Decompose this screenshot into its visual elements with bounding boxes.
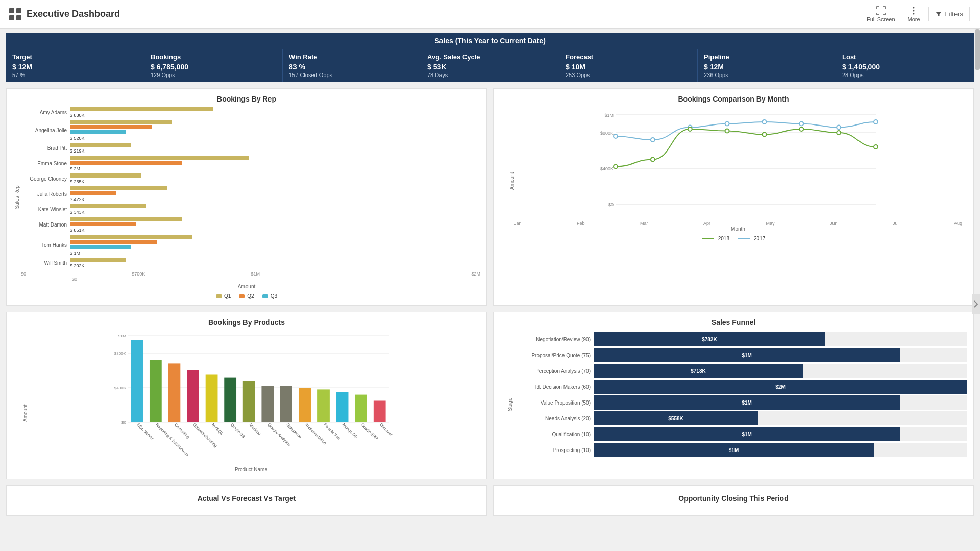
hbar-bars-wrap: $ 1M — [70, 235, 480, 256]
funnel-stage-label: Prospecting (10) — [509, 447, 591, 453]
funnel-bar-fill: $1M — [594, 427, 900, 441]
hbar-bar-fill — [70, 258, 126, 262]
scrollbar-thumb[interactable] — [975, 29, 980, 70]
bookings-by-rep-title: Bookings By Rep — [13, 95, 480, 103]
svg-text:$0: $0 — [608, 202, 614, 207]
main-content: Sales (This Year to Current Date) Target… — [0, 29, 980, 551]
hbar-value-label: $ 219K — [70, 148, 480, 154]
rep-legend-item: Q3 — [262, 293, 277, 299]
legend-color — [262, 294, 268, 298]
hbar-bars-wrap: $ 2M — [70, 156, 480, 171]
funnel-row: Negotiation/Review (90)$782K — [509, 332, 967, 346]
svg-text:$400K: $400K — [114, 386, 127, 390]
hbar-rep-name: Brad Pitt — [21, 145, 67, 151]
svg-text:$0: $0 — [121, 420, 126, 425]
funnel-bar-wrap: $718K — [594, 364, 967, 378]
hbar-rep-name: Angelina Jolie — [21, 128, 67, 133]
kpi-value: $ 12M — [12, 63, 138, 71]
x-tick: Jun — [830, 221, 838, 226]
scrollbar-track[interactable] — [974, 29, 980, 551]
funnel-y-label: Stage — [507, 397, 513, 411]
hbar-row: Amy Adams$ 830K — [21, 107, 480, 118]
right-collapse-arrow[interactable] — [972, 294, 980, 314]
hbar-bar-row — [70, 156, 480, 160]
kpi-sub: 57 % — [12, 72, 138, 78]
funnel-stage-label: Qualification (10) — [509, 432, 591, 437]
kpi-sub: 78 Days — [427, 72, 553, 78]
kpi-item: Win Rate 83 % 157 Closed Opps — [283, 49, 421, 82]
kpi-sub: 157 Closed Opps — [289, 72, 414, 78]
kpi-label: Target — [12, 53, 138, 61]
bookings-by-rep-card: Bookings By Rep Sales Rep Amy Adams$ 830… — [6, 88, 487, 306]
x-tick: Feb — [577, 221, 585, 226]
funnel-bar-fill: $1M — [594, 443, 874, 457]
funnel-bar-fill: $1M — [594, 395, 900, 410]
actual-vs-forecast-card: Actual Vs Forecast Vs Target — [6, 485, 487, 516]
bookings-by-products-title: Bookings By Products — [13, 318, 480, 327]
svg-text:People Soft: People Soft — [323, 422, 341, 441]
line-chart-svg: $0$400K$800K$1M — [509, 107, 967, 219]
hbar-row: Matt Damon$ 851K — [21, 217, 480, 233]
hbar-bar-fill — [70, 217, 182, 221]
hbar-row: Brad Pitt$ 219K — [21, 143, 480, 154]
chevron-right-icon — [973, 300, 978, 308]
svg-rect-1 — [16, 8, 21, 13]
hbar-bar-fill — [70, 143, 131, 147]
bookings-comparison-title: Bookings Comparison By Month — [500, 95, 967, 103]
kpi-item: Forecast $ 10M 253 Opps — [559, 49, 698, 82]
more-label: More — [908, 16, 920, 22]
legend-color — [239, 294, 245, 298]
hbar-bars-wrap: $ 255K — [70, 173, 480, 184]
hbar-rep-name: Will Smith — [21, 260, 67, 266]
svg-rect-0 — [9, 8, 14, 13]
comparison-x-label: Month — [509, 226, 967, 232]
hbar-rep-name: Tom Hanks — [21, 242, 67, 248]
hbar-bars-wrap: $ 202K — [70, 258, 480, 268]
hbar-value-label: $ 830K — [70, 113, 480, 118]
more-icon — [909, 6, 918, 15]
filter-icon — [935, 11, 942, 18]
sales-banner-title: Sales (This Year to Current Date) — [434, 37, 546, 45]
products-x-label: Product Name — [22, 467, 480, 472]
funnel-stage-label: Perception Analysis (70) — [509, 368, 591, 374]
funnel-bar-wrap: $558K — [594, 411, 967, 425]
funnel-row: Qualification (10)$1M — [509, 427, 967, 441]
filters-button[interactable]: Filters — [928, 7, 970, 21]
funnel-bar-fill: $558K — [594, 411, 758, 425]
svg-text:Reporting & Dashboards: Reporting & Dashboards — [155, 422, 189, 457]
hbar-bar-row — [70, 173, 480, 178]
more-button[interactable]: More — [903, 4, 924, 24]
x-tick: Apr — [703, 221, 710, 226]
opportunity-closing-card: Opportunity Closing This Period — [493, 485, 974, 516]
sales-funnel-card: Sales Funnel Stage Negotiation/Review (9… — [493, 312, 974, 479]
hbar-bar-row — [70, 217, 480, 221]
svg-text:Oracle ERP: Oracle ERP — [360, 422, 379, 441]
fullscreen-icon — [876, 6, 886, 15]
header-actions: Full Screen More Filters — [863, 4, 970, 24]
svg-point-24 — [651, 158, 655, 162]
rep-legend-item: Q2 — [239, 293, 254, 299]
hbar-bar-fill — [70, 173, 141, 178]
hbar-value-label: $ 1M — [70, 251, 480, 256]
hbar-bar-row — [70, 125, 480, 129]
funnel-stage-label: Negotiation/Review (90) — [509, 337, 591, 342]
legend-label: 2018 — [718, 236, 729, 241]
actual-vs-forecast-title: Actual Vs Forecast Vs Target — [198, 494, 296, 503]
kpi-item: Bookings $ 6,785,000 129 Opps — [144, 49, 283, 82]
x-tick: Mar — [640, 221, 648, 226]
hbar-bars-wrap: $ 343K — [70, 204, 480, 215]
hbar-rep-name: George Clooney — [21, 176, 67, 182]
legend-label: 2017 — [754, 236, 765, 241]
full-screen-button[interactable]: Full Screen — [863, 4, 899, 24]
hbar-row: George Clooney$ 255K — [21, 173, 480, 184]
kpi-value: $ 12M — [704, 63, 829, 71]
svg-rect-39 — [131, 340, 143, 423]
kpi-sub: 129 Opps — [151, 72, 276, 78]
svg-rect-59 — [317, 389, 330, 422]
hbar-bar-row — [70, 235, 480, 239]
kpi-label: Win Rate — [289, 53, 414, 61]
hbar-bar-row — [70, 258, 480, 262]
hbar-x-axis: $0 $700K $1M $2M — [21, 271, 480, 277]
comparison-legend-item: 2018 — [702, 236, 729, 241]
rep-legend-item: Q1 — [216, 293, 231, 299]
